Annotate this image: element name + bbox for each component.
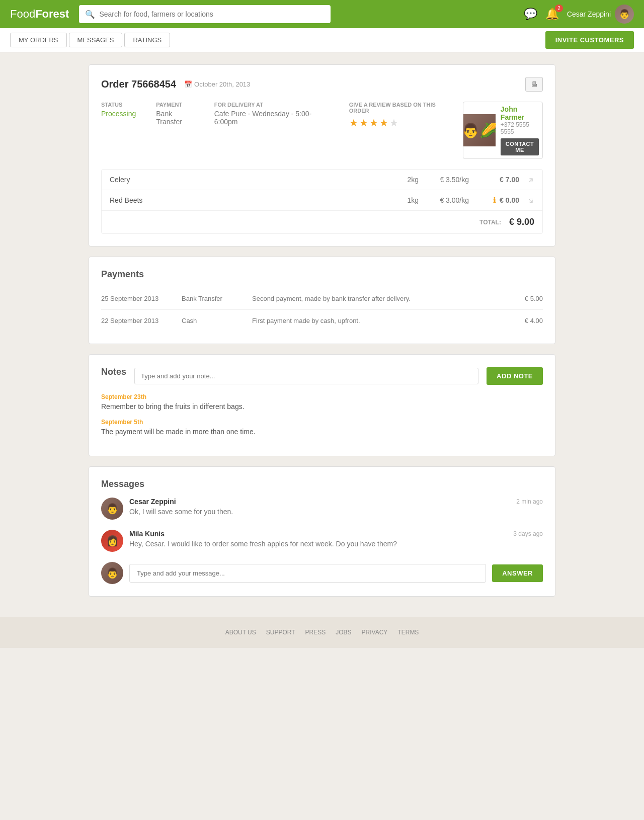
- footer-link-press[interactable]: PRESS: [305, 629, 326, 636]
- message-content: Cesar Zeppini 2 min ago Ok, I will save …: [129, 498, 543, 520]
- messages-nav-button[interactable]: MESSAGES: [69, 33, 123, 47]
- delivery-value: Cafe Pure - Wednesday - 5:00-6:00pm: [214, 110, 319, 126]
- payment-date: 22 September 2013: [101, 317, 172, 324]
- footer-links: ABOUT US SUPPORT PRESS JOBS PRIVACY TERM…: [12, 629, 632, 636]
- star-5: ★: [389, 117, 398, 129]
- table-row: Red Beets 1kg € 3.00/kg ℹ € 0.00 ⦻: [102, 190, 542, 211]
- print-button[interactable]: 🖶: [525, 77, 543, 92]
- message-content: Mila Kunis 3 days ago Hey, Cesar. I woul…: [129, 530, 543, 552]
- reply-area: 👨 ANSWER: [101, 562, 543, 584]
- notification-badge: 2: [555, 5, 563, 12]
- payment-method: Bank Transfer: [182, 295, 242, 302]
- header: FoodForest 🔍 💬 🔔 2 Cesar Zeppini 👨: [0, 0, 644, 28]
- notes-header: Notes ADD NOTE: [101, 367, 543, 385]
- item-total: € 7.00: [469, 176, 519, 184]
- search-icon: 🔍: [85, 10, 95, 19]
- message-time: 3 days ago: [513, 530, 543, 537]
- payment-row: 22 September 2013 Cash First payment mad…: [101, 310, 543, 332]
- note-text: Remember to bring the fruits in differen…: [101, 402, 543, 411]
- payment-row: 25 September 2013 Bank Transfer Second p…: [101, 288, 543, 310]
- remove-item-icon[interactable]: ⦻: [519, 196, 534, 204]
- payment-value: Bank Transfer: [156, 110, 194, 126]
- star-4: ★: [379, 117, 388, 129]
- message-text: Ok, I will save some for you then.: [129, 508, 543, 516]
- farmer-photo: 👨‍🌽: [463, 114, 496, 146]
- review-label: GIVE A REVIEW BASED ON THIS ORDER: [349, 102, 443, 114]
- footer-link-support[interactable]: SUPPORT: [266, 629, 295, 636]
- star-1: ★: [349, 117, 358, 129]
- payment-description: First payment made by cash, upfront.: [252, 317, 515, 324]
- message-sender: Mila Kunis: [129, 530, 165, 538]
- payment-date: 25 September 2013: [101, 295, 172, 302]
- footer-link-privacy[interactable]: PRIVACY: [362, 629, 388, 636]
- notes-card: Notes ADD NOTE September 23th Remember t…: [89, 354, 555, 456]
- payment-description: Second payment, made by bank transfer af…: [252, 295, 515, 302]
- search-bar: 🔍: [79, 5, 331, 23]
- review-section: GIVE A REVIEW BASED ON THIS ORDER ★ ★ ★ …: [349, 102, 443, 129]
- reply-input[interactable]: [129, 564, 486, 583]
- user-info: Cesar Zeppini 👨: [567, 5, 634, 24]
- remove-item-icon[interactable]: ⦻: [519, 176, 534, 184]
- payment-method: Cash: [182, 317, 242, 324]
- order-header: Order 75668454 📅 October 20th, 2013 🖶: [101, 77, 543, 92]
- order-title: Order 75668454: [101, 78, 176, 90]
- farmer-info: John Farmer +372 5555 5555 CONTACT ME: [496, 102, 543, 158]
- message-item: 👨 Cesar Zeppini 2 min ago Ok, I will sav…: [101, 498, 543, 520]
- item-name: Red Beets: [110, 196, 388, 204]
- add-note-button[interactable]: ADD NOTE: [487, 367, 543, 385]
- farmer-name: John Farmer: [501, 105, 539, 121]
- order-card: Order 75668454 📅 October 20th, 2013 🖶 ST…: [89, 64, 555, 247]
- note-item: September 5th The payment will be made i…: [101, 419, 543, 436]
- payment-amount: € 4.00: [525, 317, 543, 324]
- status-label: STATUS: [101, 102, 136, 108]
- notes-title: Notes: [101, 367, 126, 377]
- header-right: 💬 🔔 2 Cesar Zeppini 👨: [524, 5, 634, 24]
- footer-link-about[interactable]: ABOUT US: [225, 629, 256, 636]
- note-date: September 5th: [101, 419, 543, 426]
- calendar-icon: 📅: [184, 80, 192, 88]
- footer-link-terms[interactable]: TERMS: [397, 629, 419, 636]
- note-date: September 23th: [101, 393, 543, 400]
- answer-button[interactable]: ANSWER: [492, 564, 543, 582]
- notes-input[interactable]: [134, 368, 478, 384]
- ratings-button[interactable]: RATINGS: [124, 33, 170, 47]
- footer-link-jobs[interactable]: JOBS: [336, 629, 351, 636]
- invite-customers-button[interactable]: INVITE CUSTOMERS: [545, 31, 634, 49]
- chat-icon[interactable]: 💬: [524, 8, 537, 21]
- order-total-row: TOTAL: € 9.00: [102, 211, 542, 233]
- order-items-table: Celery 2kg € 3.50/kg € 7.00 ⦻ Red Beets …: [101, 169, 543, 234]
- payments-title: Payments: [101, 269, 543, 280]
- contact-farmer-button[interactable]: CONTACT ME: [501, 138, 539, 155]
- star-rating[interactable]: ★ ★ ★ ★ ★: [349, 117, 443, 129]
- message-sender: Cesar Zeppini: [129, 498, 176, 506]
- message-text: Hey, Cesar. I would like to order some f…: [129, 540, 543, 548]
- message-header: Cesar Zeppini 2 min ago: [129, 498, 543, 506]
- payment-group: PAYMENT Bank Transfer: [156, 102, 194, 126]
- order-meta: STATUS Processing PAYMENT Bank Transfer …: [101, 102, 543, 159]
- delivery-group: FOR DELIVERY AT Cafe Pure - Wednesday - …: [214, 102, 319, 126]
- farmer-card: 👨‍🌽 John Farmer +372 5555 5555 CONTACT M…: [463, 102, 543, 159]
- logo: FoodForest: [10, 8, 69, 21]
- message-avatar-cesar: 👨: [101, 498, 123, 520]
- item-qty: 2kg: [388, 176, 419, 184]
- notifications-icon[interactable]: 🔔 2: [545, 8, 559, 21]
- status-group: STATUS Processing: [101, 102, 136, 118]
- delivery-label: FOR DELIVERY AT: [214, 102, 319, 108]
- user-name: Cesar Zeppini: [567, 10, 611, 18]
- total-value: € 9.00: [509, 217, 534, 227]
- search-input[interactable]: [99, 10, 325, 18]
- table-row: Celery 2kg € 3.50/kg € 7.00 ⦻: [102, 170, 542, 190]
- item-qty: 1kg: [388, 196, 419, 204]
- farmer-phone: +372 5555 5555: [501, 121, 539, 135]
- payment-amount: € 5.00: [525, 295, 543, 302]
- reply-avatar: 👨: [101, 562, 123, 584]
- message-header: Mila Kunis 3 days ago: [129, 530, 543, 538]
- status-value: Processing: [101, 110, 136, 118]
- my-orders-button[interactable]: MY ORDERS: [10, 33, 67, 47]
- star-2: ★: [359, 117, 368, 129]
- note-text: The payment will be made in more than on…: [101, 428, 543, 436]
- message-time: 2 min ago: [516, 498, 543, 505]
- message-item: 👩 Mila Kunis 3 days ago Hey, Cesar. I wo…: [101, 530, 543, 552]
- messages-title: Messages: [101, 479, 543, 489]
- message-avatar-mila: 👩: [101, 530, 123, 552]
